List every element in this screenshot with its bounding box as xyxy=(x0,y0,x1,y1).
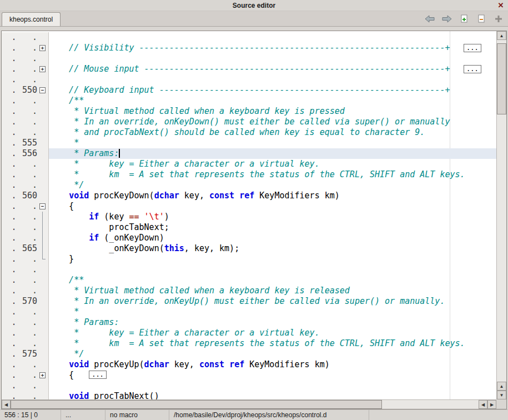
code-line[interactable]: .. } xyxy=(2,254,496,264)
code-line[interactable]: .. * and procTabNext() should be called … xyxy=(2,127,496,138)
code-text[interactable]: * xyxy=(49,138,496,148)
code-text[interactable]: _onKeyDown(this, key, km); xyxy=(49,243,496,254)
code-line[interactable]: .. /** xyxy=(2,96,496,106)
code-text[interactable]: /** xyxy=(49,275,496,286)
code-line[interactable]: .. void procTabNext() xyxy=(2,391,496,399)
fold-toggle[interactable]: + xyxy=(39,372,46,378)
code-text[interactable]: void procKeyUp(dchar key, const ref KeyM… xyxy=(49,359,496,370)
code-text[interactable]: if (key == '\t') xyxy=(49,212,496,222)
code-text[interactable]: // Visibility --------------------------… xyxy=(49,43,496,53)
code-line[interactable]: .. xyxy=(2,53,496,64)
code-line[interactable]: ..− { xyxy=(2,201,496,212)
gutter-cell: .565 xyxy=(2,243,49,254)
close-window-button[interactable]: ✕ xyxy=(496,1,505,10)
code-text[interactable] xyxy=(49,381,496,391)
code-line[interactable]: .555 * xyxy=(2,138,496,148)
code-line[interactable]: .556 * Params: xyxy=(2,148,496,159)
code-text[interactable]: * Params: xyxy=(49,148,496,159)
code-text[interactable] xyxy=(49,264,496,275)
code-text[interactable]: // Mouse input -------------------------… xyxy=(49,64,496,74)
code-text[interactable]: * km = A set that represents the status … xyxy=(49,169,496,180)
code-line[interactable]: .. xyxy=(2,32,496,43)
code-text[interactable]: */ xyxy=(49,349,496,359)
code-line[interactable]: .. * key = Either a character or a virtu… xyxy=(2,159,496,169)
code-line[interactable]: ..+ {... xyxy=(2,370,496,381)
go-back-button[interactable] xyxy=(424,13,436,24)
code-line[interactable]: .. procTabNext; xyxy=(2,222,496,233)
code-text[interactable]: * Virtual method called when a keyboard … xyxy=(49,286,496,296)
code-line[interactable]: .. * Params: xyxy=(2,317,496,328)
vertical-scrollbar-thumb[interactable] xyxy=(497,43,506,114)
dock-pin-button[interactable] xyxy=(492,13,505,24)
fold-toggle[interactable]: + xyxy=(39,45,46,51)
close-document-button[interactable] xyxy=(475,13,487,24)
code-text[interactable]: * Params: xyxy=(49,317,496,328)
code-line[interactable]: .. * In an override, onKeyDown() must ei… xyxy=(2,117,496,127)
code-text[interactable]: * key = Either a character or a virtual … xyxy=(49,328,496,338)
code-text[interactable]: if (_onKeyDown) xyxy=(49,233,496,243)
code-text[interactable]: * Virtual method called when a keyboard … xyxy=(49,106,496,117)
vertical-scrollbar[interactable]: ▲ ▲ ▼ xyxy=(496,31,506,399)
code-text[interactable] xyxy=(49,74,496,85)
code-line[interactable]: .. /** xyxy=(2,275,496,286)
code-line[interactable]: .. * xyxy=(2,307,496,317)
code-text[interactable]: * xyxy=(49,307,496,317)
code-text[interactable]: } xyxy=(49,254,496,264)
code-text[interactable]: void procTabNext() xyxy=(49,391,496,399)
code-editor[interactable]: ....+ // Visibility --------------------… xyxy=(2,31,496,399)
horizontal-scrollbar-thumb[interactable] xyxy=(11,400,382,409)
scroll-down-button[interactable]: ▼ xyxy=(497,391,506,399)
horizontal-scrollbar[interactable]: ◀ ◀ ▶ xyxy=(2,399,496,409)
code-line[interactable]: .. xyxy=(2,381,496,391)
code-text[interactable]: void procKeyDown(dchar key, const ref Ke… xyxy=(49,191,496,201)
code-line[interactable]: .575 */ xyxy=(2,349,496,359)
line-number: . xyxy=(18,286,37,296)
code-line[interactable]: .565 _onKeyDown(this, key, km); xyxy=(2,243,496,254)
code-line[interactable]: ..+ // Visibility ----------------------… xyxy=(2,43,496,53)
scroll-up-button-bottom[interactable]: ▲ xyxy=(497,382,506,391)
go-forward-button[interactable] xyxy=(441,13,453,24)
code-line[interactable]: .. if (key == '\t') xyxy=(2,212,496,222)
fold-toggle[interactable]: − xyxy=(39,203,46,209)
scroll-left-button[interactable]: ◀ xyxy=(2,400,11,409)
code-text[interactable] xyxy=(49,32,496,43)
code-text[interactable]: { xyxy=(49,201,496,212)
code-text[interactable]: * key = Either a character or a virtual … xyxy=(49,159,496,169)
code-line[interactable]: .. * km = A set that represents the stat… xyxy=(2,338,496,349)
code-line[interactable]: .570 * In an override, onKeyUp() must ei… xyxy=(2,296,496,307)
code-text[interactable]: * km = A set that represents the status … xyxy=(49,338,496,349)
code-text[interactable]: // Keyboard input ----------------------… xyxy=(49,85,496,96)
fold-toggle[interactable]: − xyxy=(39,87,46,93)
fold-ellipsis[interactable]: ... xyxy=(89,371,107,379)
scroll-left-button-right[interactable]: ◀ xyxy=(479,400,487,409)
tab-kheops-control[interactable]: kheops.control xyxy=(2,12,61,26)
new-document-button[interactable] xyxy=(458,13,470,24)
gutter-dot: . xyxy=(9,74,18,85)
code-line[interactable]: .550− // Keyboard input ----------------… xyxy=(2,85,496,96)
fold-toggle[interactable]: + xyxy=(39,66,46,72)
code-line[interactable]: .. * Virtual method called when a keyboa… xyxy=(2,286,496,296)
code-text[interactable]: procTabNext; xyxy=(49,222,496,233)
code-line[interactable]: .. xyxy=(2,264,496,275)
code-line[interactable]: ..+ // Mouse input ---------------------… xyxy=(2,64,496,74)
code-line[interactable]: .. * Virtual method called when a keyboa… xyxy=(2,106,496,117)
code-line[interactable]: .. if (_onKeyDown) xyxy=(2,233,496,243)
scroll-up-button[interactable]: ▲ xyxy=(497,31,506,40)
code-text[interactable]: {... xyxy=(49,370,496,381)
code-line[interactable]: .. * km = A set that represents the stat… xyxy=(2,169,496,180)
code-line[interactable]: .560 void procKeyDown(dchar key, const r… xyxy=(2,191,496,201)
code-text[interactable]: */ xyxy=(49,180,496,191)
code-line[interactable]: .. */ xyxy=(2,180,496,191)
code-text[interactable]: * In an override, onKeyUp() must either … xyxy=(49,296,496,307)
code-line[interactable]: .. xyxy=(2,74,496,85)
scroll-right-button[interactable]: ▶ xyxy=(487,400,496,409)
gutter-cell: .570 xyxy=(2,296,49,307)
code-text[interactable]: * and procTabNext() should be called whe… xyxy=(49,127,496,138)
fold-ellipsis[interactable]: ... xyxy=(464,44,481,52)
code-text[interactable] xyxy=(49,53,496,64)
code-text[interactable]: * In an override, onKeyDown() must eithe… xyxy=(49,117,496,127)
fold-ellipsis[interactable]: ... xyxy=(464,65,481,73)
code-line[interactable]: .. void procKeyUp(dchar key, const ref K… xyxy=(2,359,496,370)
code-text[interactable]: /** xyxy=(49,96,496,106)
code-line[interactable]: .. * key = Either a character or a virtu… xyxy=(2,328,496,338)
